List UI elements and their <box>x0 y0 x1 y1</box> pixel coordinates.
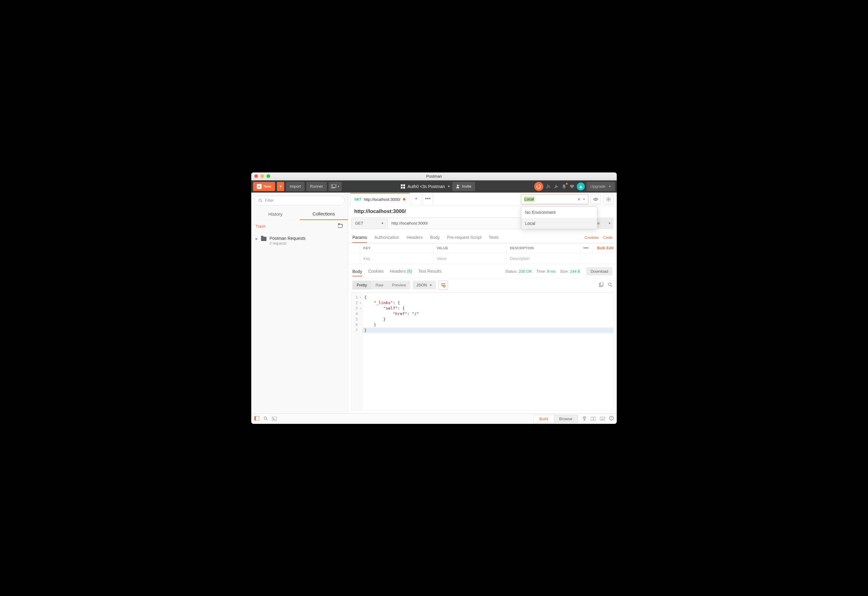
window-icon <box>331 184 337 189</box>
environment-select[interactable]: Local ✕ ▼ <box>521 194 588 204</box>
response-headers-count: (6) <box>407 269 412 274</box>
filter-placeholder: Filter <box>265 198 274 203</box>
import-button[interactable]: Import <box>286 182 304 191</box>
size-label: Size: <box>560 269 569 274</box>
collection-text: Postman Requests 0 requests <box>270 236 306 245</box>
collection-item[interactable]: ▶ Postman Requests 0 requests <box>251 233 348 248</box>
view-preview[interactable]: Preview <box>388 281 410 290</box>
svg-line-17 <box>607 197 607 198</box>
download-button[interactable]: Download <box>586 267 613 275</box>
invite-button[interactable]: + Invite <box>452 182 475 191</box>
svg-text:+: + <box>459 184 460 187</box>
collection-sub: 0 requests <box>270 241 306 245</box>
two-pane-icon[interactable] <box>591 416 596 421</box>
response-tab-body[interactable]: Body <box>352 269 362 277</box>
view-mode-segment: Pretty Raw Preview <box>352 281 410 290</box>
status-value: 200 OK <box>519 269 532 274</box>
svg-point-4 <box>546 187 548 188</box>
satellite-icon[interactable] <box>545 183 551 189</box>
bootcamp-icon[interactable] <box>582 416 587 422</box>
wrap-lines-icon[interactable] <box>438 281 448 290</box>
plus-icon: + <box>257 184 261 189</box>
clear-icon[interactable]: ✕ <box>577 197 581 202</box>
subtab-prerequest[interactable]: Pre-request Script <box>447 232 481 242</box>
tab-history[interactable]: History <box>251 209 300 220</box>
environment-value: Local <box>524 197 534 202</box>
new-dropdown-button[interactable]: ▾ <box>277 182 284 191</box>
new-button[interactable]: + New <box>253 182 275 191</box>
new-collection-icon[interactable]: + <box>338 223 344 229</box>
subtab-params[interactable]: Params <box>352 232 367 243</box>
workspace-selector[interactable]: Auth0 <3s Postman ▼ <box>401 184 450 189</box>
svg-point-6 <box>259 199 261 201</box>
chevron-down-icon: ▼ <box>430 284 432 287</box>
trash-link[interactable]: Trash <box>255 224 266 229</box>
param-more-icon[interactable]: ••• <box>580 243 592 253</box>
env-option-local[interactable]: Local <box>521 218 597 229</box>
request-tab[interactable]: GET http://localhost:3000/ <box>350 193 410 206</box>
subtab-body[interactable]: Body <box>430 232 440 242</box>
param-checkbox[interactable] <box>348 253 360 264</box>
save-dropdown[interactable]: ▼ <box>605 217 614 229</box>
param-key-input[interactable]: Key <box>360 253 434 264</box>
window-title: Postman <box>251 174 617 179</box>
svg-line-20 <box>610 197 610 198</box>
param-actions <box>580 253 617 264</box>
subtab-authorization[interactable]: Authorization <box>374 232 399 242</box>
format-select[interactable]: JSON ▼ <box>413 281 436 290</box>
heart-icon[interactable] <box>569 183 575 189</box>
subtab-headers[interactable]: Headers <box>407 232 423 242</box>
new-tab-button[interactable]: + <box>411 192 422 205</box>
find-icon[interactable] <box>263 416 268 421</box>
keyboard-shortcuts-icon[interactable] <box>600 416 605 421</box>
response-meta: Status: 200 OK Time: 9 ms Size: 244 B Do… <box>505 267 613 275</box>
view-raw[interactable]: Raw <box>371 281 388 290</box>
content: Local ✕ ▼ No Environment Local <box>348 192 617 414</box>
help-icon[interactable]: ? <box>609 416 614 421</box>
bulk-edit-link[interactable]: Bulk Edit <box>592 243 617 253</box>
param-description-input[interactable]: Description <box>507 253 580 264</box>
param-value-input[interactable]: Value <box>434 253 507 264</box>
environment-dropdown: No Environment Local <box>521 207 597 229</box>
wrench-icon[interactable] <box>553 183 559 189</box>
response-tab-cookies[interactable]: Cookies <box>368 269 384 274</box>
folder-icon <box>261 237 267 241</box>
svg-point-40 <box>602 418 602 419</box>
svg-rect-38 <box>600 417 605 420</box>
build-tab[interactable]: Build <box>534 415 554 423</box>
tab-collections[interactable]: Collections <box>300 209 348 220</box>
copy-icon[interactable] <box>599 282 604 288</box>
param-table-header: KEY VALUE DESCRIPTION ••• Bulk Edit <box>348 243 617 253</box>
sync-icon[interactable] <box>534 182 543 191</box>
param-description-header: DESCRIPTION <box>507 243 580 253</box>
svg-rect-23 <box>600 282 603 286</box>
svg-point-39 <box>601 418 601 419</box>
new-window-button[interactable]: ▾ <box>329 182 342 191</box>
code-link[interactable]: Code <box>603 235 613 240</box>
view-pretty[interactable]: Pretty <box>352 281 371 290</box>
subtab-tests[interactable]: Tests <box>489 232 499 242</box>
cookies-link[interactable]: Cookies <box>585 235 599 240</box>
response-body[interactable]: 1 2 3 4 5 6 7 { "_links": { "self": { "h… <box>351 293 614 410</box>
sidebar-toggle-icon[interactable] <box>254 416 259 421</box>
method-select[interactable]: GET ▼ <box>351 217 388 229</box>
filter-input[interactable]: Filter <box>254 196 345 206</box>
bell-icon[interactable] <box>561 183 567 189</box>
status-label: Status: <box>505 269 517 274</box>
response-tab-tests[interactable]: Test Results <box>418 269 441 274</box>
browse-tab[interactable]: Browse <box>554 415 578 423</box>
workspace-name: Auth0 <3s Postman <box>407 184 445 189</box>
svg-point-28 <box>264 417 267 419</box>
tab-options-button[interactable]: ••• <box>423 192 433 205</box>
env-option-no-environment[interactable]: No Environment <box>521 207 597 218</box>
search-response-icon[interactable] <box>608 282 613 288</box>
upgrade-label: Upgrade <box>590 184 605 189</box>
avatar[interactable] <box>577 182 585 191</box>
console-icon[interactable] <box>272 416 277 421</box>
response-tab-headers[interactable]: Headers (6) <box>390 269 412 274</box>
runner-button[interactable]: Runner <box>306 182 327 191</box>
svg-line-29 <box>266 419 267 420</box>
upgrade-button[interactable]: Upgrade ▼ <box>587 182 615 191</box>
settings-icon[interactable] <box>603 194 614 204</box>
environment-quicklook-icon[interactable] <box>590 194 601 204</box>
